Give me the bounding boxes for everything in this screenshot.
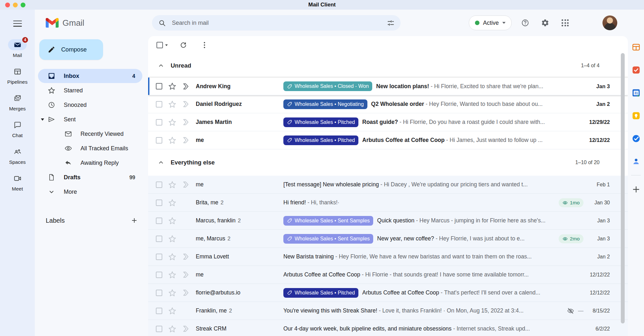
sidebar-item-all-tracked-emails[interactable]: All Tracked Emails — [38, 141, 142, 155]
select-dropdown-caret-icon[interactable] — [165, 44, 168, 46]
rail-item-chat[interactable]: Chat — [7, 119, 28, 138]
row-checkbox[interactable] — [156, 290, 162, 296]
streak-tracker-icon[interactable] — [182, 307, 189, 314]
sidebar-item-snoozed[interactable]: Snoozed — [38, 98, 142, 112]
streak-tracker-icon[interactable] — [182, 199, 189, 206]
row-checkbox[interactable] — [156, 83, 162, 89]
contacts-icon[interactable] — [631, 157, 640, 166]
star-icon[interactable] — [168, 136, 176, 145]
apps-grid-icon[interactable] — [559, 16, 572, 29]
rail-item-spaces[interactable]: Spaces — [7, 146, 28, 165]
star-icon[interactable] — [168, 307, 176, 315]
star-icon[interactable] — [168, 325, 176, 333]
pipeline-stage-chip[interactable]: Wholesale Sales • Negotiating — [283, 99, 367, 109]
avatar[interactable] — [602, 15, 617, 30]
email-row[interactable]: me[Test message] New wholesale pricing -… — [148, 176, 628, 194]
rail-item-pipelines[interactable]: Pipelines — [7, 66, 28, 85]
row-checkbox[interactable] — [156, 326, 162, 332]
streak-tracker-icon[interactable] — [182, 235, 189, 242]
row-checkbox[interactable] — [156, 272, 162, 278]
email-row[interactable]: meArbutus Coffee at Coffee Coop - Hi Flo… — [148, 266, 628, 284]
hamburger-menu-icon[interactable] — [13, 19, 22, 28]
search-input[interactable] — [169, 19, 384, 27]
email-row[interactable]: Emma LovettNew Barista training - Hey Fl… — [148, 248, 628, 266]
select-all-checkbox[interactable] — [156, 42, 163, 48]
keep-icon[interactable] — [631, 111, 640, 120]
email-row[interactable]: Brita, me2Hi friend! - Hi, thanks!·1moJa… — [148, 194, 628, 212]
sidebar-item-recently-viewed[interactable]: Recently Viewed — [38, 127, 142, 141]
rail-item-mail[interactable]: 4Mail — [7, 39, 28, 58]
streak-tracker-icon[interactable] — [182, 217, 189, 224]
streak-tracker-icon[interactable] — [182, 118, 189, 126]
more-options-kebab-icon[interactable] — [199, 39, 210, 51]
search-bar[interactable] — [152, 15, 401, 31]
close-button[interactable] — [5, 3, 10, 7]
compose-button[interactable]: Compose — [39, 39, 103, 60]
email-row[interactable]: Marcus, franklin2Wholesale Sales • Sent … — [148, 212, 628, 230]
pipeline-stage-chip[interactable]: Wholesale Sales • Pitched — [283, 288, 358, 298]
star-icon[interactable] — [168, 199, 176, 207]
streak-tracker-icon[interactable] — [182, 325, 189, 332]
sidebar-item-inbox[interactable]: Inbox4 — [38, 69, 142, 83]
star-icon[interactable] — [168, 235, 176, 243]
streak-tracker-icon[interactable] — [182, 271, 189, 278]
sidebar-item-starred[interactable]: Starred — [38, 83, 142, 98]
pipeline-stage-chip[interactable]: Wholesale Sales • Sent Samples — [283, 234, 373, 244]
row-checkbox[interactable] — [156, 182, 162, 188]
star-icon[interactable] — [168, 100, 176, 108]
star-icon[interactable] — [168, 217, 176, 225]
rail-item-meet[interactable]: Meet — [7, 173, 28, 192]
row-checkbox[interactable] — [156, 236, 162, 242]
list-scrollbar[interactable] — [621, 53, 625, 323]
streak-tracker-icon[interactable] — [182, 181, 189, 188]
streak-pipelines-icon[interactable] — [631, 42, 640, 51]
zoom-button[interactable] — [21, 3, 25, 7]
email-row[interactable]: meWholesale Sales • PitchedArbutus Coffe… — [148, 131, 628, 149]
star-icon[interactable] — [168, 289, 176, 297]
star-icon[interactable] — [168, 253, 176, 261]
email-row[interactable]: Streak CRMOur 4-day work week, bulk pipe… — [148, 320, 628, 336]
search-icon[interactable] — [155, 16, 169, 30]
sidebar-item-drafts[interactable]: Drafts99 — [38, 170, 142, 184]
sidebar-item-sent[interactable]: Sent — [38, 112, 142, 126]
email-row[interactable]: Daniel RodriguezWholesale Sales • Negoti… — [148, 95, 628, 113]
collapse-chevron-icon[interactable] — [158, 159, 164, 166]
sidebar-item-more[interactable]: More — [38, 185, 142, 199]
expander-triangle-icon[interactable] — [41, 118, 44, 121]
row-checkbox[interactable] — [156, 119, 162, 126]
row-checkbox[interactable] — [156, 254, 162, 260]
star-icon[interactable] — [168, 271, 176, 279]
refresh-icon[interactable] — [177, 39, 189, 51]
calendar-icon[interactable]: 31 — [631, 88, 640, 97]
streak-tracker-icon[interactable] — [182, 289, 189, 296]
email-row[interactable]: florrie@arbutus.ioWholesale Sales • Pitc… — [148, 284, 628, 302]
streak-tracker-icon[interactable] — [182, 253, 189, 260]
add-addon-plus-icon[interactable] — [631, 185, 640, 194]
row-checkbox[interactable] — [156, 101, 162, 107]
pipeline-stage-chip[interactable]: Wholesale Sales • Pitched — [283, 117, 358, 127]
email-row[interactable]: Franklin, me2You're viewing this with St… — [148, 302, 628, 320]
pipeline-stage-chip[interactable]: Wholesale Sales • Closed - Won — [283, 81, 372, 91]
row-checkbox[interactable] — [156, 308, 162, 314]
add-label-plus-icon[interactable] — [129, 216, 139, 225]
help-icon[interactable] — [519, 16, 532, 29]
streak-tracker-icon[interactable] — [182, 136, 189, 144]
status-dropdown[interactable]: Active — [469, 15, 512, 30]
streak-tracker-icon[interactable] — [182, 100, 189, 108]
star-icon[interactable] — [168, 118, 176, 126]
email-row[interactable]: Andrew KingWholesale Sales • Closed - Wo… — [148, 77, 628, 95]
row-checkbox[interactable] — [156, 200, 162, 206]
pipeline-stage-chip[interactable]: Wholesale Sales • Sent Samples — [283, 216, 373, 226]
tasks-check-icon[interactable] — [631, 65, 640, 74]
rail-item-merges[interactable]: Merges — [7, 93, 28, 112]
star-icon[interactable] — [168, 181, 176, 189]
row-checkbox[interactable] — [156, 137, 162, 144]
minimize-button[interactable] — [13, 3, 18, 7]
star-icon[interactable] — [168, 82, 176, 90]
collapse-chevron-icon[interactable] — [158, 62, 164, 69]
sidebar-item-awaiting-reply[interactable]: Awaiting Reply — [38, 156, 142, 170]
email-row[interactable]: James MartinWholesale Sales • PitchedRoa… — [148, 113, 628, 131]
tasks-icon[interactable] — [631, 134, 640, 143]
search-options-tune-icon[interactable] — [384, 16, 397, 30]
pipeline-stage-chip[interactable]: Wholesale Sales • Pitched — [283, 135, 358, 145]
